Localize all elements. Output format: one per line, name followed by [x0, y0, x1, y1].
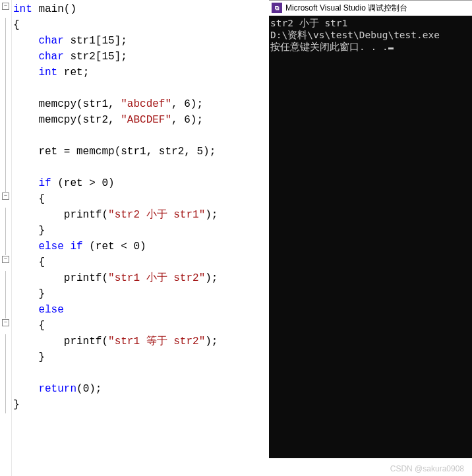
console-line: str2 小于 str1: [270, 17, 471, 29]
code-line[interactable]: char str1[15];: [13, 33, 268, 49]
code-line[interactable]: [13, 365, 268, 381]
code-line[interactable]: }: [13, 349, 268, 365]
code-line[interactable]: printf("str2 小于 str1");: [13, 207, 268, 223]
code-token: [64, 241, 71, 253]
code-token: );: [203, 146, 216, 158]
code-line[interactable]: {: [13, 191, 268, 207]
code-line[interactable]: memcpy(str2, "ABCDEF", 6);: [13, 112, 268, 128]
code-token: {: [13, 256, 45, 268]
code-token: ): [140, 241, 146, 253]
code-token: memcpy(str2,: [13, 114, 121, 126]
fold-toggle-icon[interactable]: −: [2, 319, 9, 326]
code-token: 15: [102, 51, 114, 63]
code-token: ,: [171, 98, 184, 110]
code-token: (ret <: [83, 241, 134, 253]
fold-gutter: −−−−: [0, 0, 12, 476]
code-token: "str1 等于 str2": [108, 336, 205, 347]
code-line[interactable]: int main(): [13, 1, 268, 17]
code-token: str1[: [64, 35, 102, 47]
vs-icon: ⧉: [272, 3, 282, 13]
code-token: }: [13, 288, 45, 300]
code-line[interactable]: [13, 80, 268, 96]
code-line[interactable]: ret = memcmp(str1, str2, 5);: [13, 144, 268, 160]
code-token: if: [38, 177, 51, 189]
code-token: ,: [171, 114, 184, 126]
code-line[interactable]: return(0);: [13, 381, 268, 397]
code-token: if: [70, 241, 82, 253]
code-line[interactable]: }: [13, 286, 268, 302]
code-line[interactable]: memcpy(str1, "abcdef", 6);: [13, 96, 268, 112]
code-token: else: [38, 304, 63, 316]
code-line[interactable]: if (ret > 0): [13, 175, 268, 191]
code-line[interactable]: else: [13, 302, 268, 318]
code-token: 6: [184, 114, 191, 126]
code-token: int: [13, 3, 32, 15]
code-token: char: [38, 51, 63, 63]
code-token: {: [13, 320, 45, 332]
code-token: "abcdef": [121, 98, 171, 110]
code-token: (: [76, 383, 83, 395]
code-token: 0: [102, 177, 108, 189]
fold-toggle-icon[interactable]: −: [2, 193, 9, 200]
watermark: CSDN @sakura0908: [390, 464, 464, 473]
code-token: {: [13, 19, 20, 31]
code-token: }: [13, 351, 45, 363]
code-token: );: [191, 114, 203, 126]
code-line[interactable]: }: [13, 223, 268, 239]
code-token: );: [89, 383, 102, 395]
code-token: [13, 304, 38, 316]
code-token: (ret >: [51, 177, 102, 189]
code-token: printf(: [13, 272, 108, 284]
code-area[interactable]: int main(){ char str1[15]; char str2[15]…: [12, 0, 269, 476]
code-token: "ABCDEF": [121, 114, 171, 126]
code-line[interactable]: char str2[15];: [13, 49, 268, 65]
code-line[interactable]: {: [13, 254, 268, 270]
code-token: ];: [115, 35, 127, 47]
code-token: int: [38, 67, 57, 78]
code-token: return: [38, 383, 76, 395]
code-token: );: [205, 272, 218, 284]
code-token: ret;: [57, 67, 89, 78]
console-line: 按任意键关闭此窗口. . .: [270, 41, 471, 53]
code-token: ): [108, 177, 115, 189]
code-line[interactable]: printf("str1 小于 str2");: [13, 270, 268, 286]
code-line[interactable]: printf("str1 等于 str2");: [13, 334, 268, 349]
code-token: );: [205, 336, 218, 347]
console-line: D:\资料\vs\test\Debug\test.exe: [270, 29, 471, 41]
code-token: [13, 177, 38, 189]
code-line[interactable]: else if (ret < 0): [13, 239, 268, 254]
code-token: else: [38, 241, 63, 253]
code-token: "str1 小于 str2": [108, 272, 205, 284]
code-token: 0: [83, 383, 90, 395]
code-token: );: [205, 209, 218, 221]
code-token: memcpy(str1,: [13, 98, 121, 110]
code-line[interactable]: }: [13, 397, 268, 413]
code-token: [13, 67, 38, 78]
code-token: main(): [32, 3, 76, 15]
console-output: str2 小于 str1D:\资料\vs\test\Debug\test.exe…: [269, 16, 472, 458]
code-token: "str2 小于 str1": [108, 209, 205, 221]
code-line[interactable]: {: [13, 17, 268, 33]
console-titlebar[interactable]: ⧉ Microsoft Visual Studio 调试控制台: [269, 1, 472, 16]
fold-toggle-icon[interactable]: −: [2, 3, 9, 10]
code-token: [13, 383, 38, 395]
code-token: printf(: [13, 336, 108, 347]
code-token: {: [13, 193, 45, 205]
code-token: ];: [115, 51, 127, 63]
code-token: ret = memcmp(str1, str2,: [13, 146, 196, 158]
code-token: 6: [184, 98, 191, 110]
code-line[interactable]: {: [13, 318, 268, 334]
code-token: 0: [133, 241, 140, 253]
code-token: }: [13, 399, 20, 411]
cursor-icon: [388, 47, 394, 49]
code-token: [13, 51, 38, 63]
code-token: printf(: [13, 209, 108, 221]
console-title: Microsoft Visual Studio 调试控制台: [285, 3, 407, 14]
code-line[interactable]: int ret;: [13, 65, 268, 80]
code-line[interactable]: [13, 128, 268, 144]
code-token: 15: [102, 35, 114, 47]
console-window: ⧉ Microsoft Visual Studio 调试控制台 str2 小于 …: [269, 0, 472, 458]
fold-toggle-icon[interactable]: −: [2, 256, 9, 263]
code-line[interactable]: [13, 160, 268, 175]
code-editor[interactable]: −−−− int main(){ char str1[15]; char str…: [0, 0, 269, 476]
